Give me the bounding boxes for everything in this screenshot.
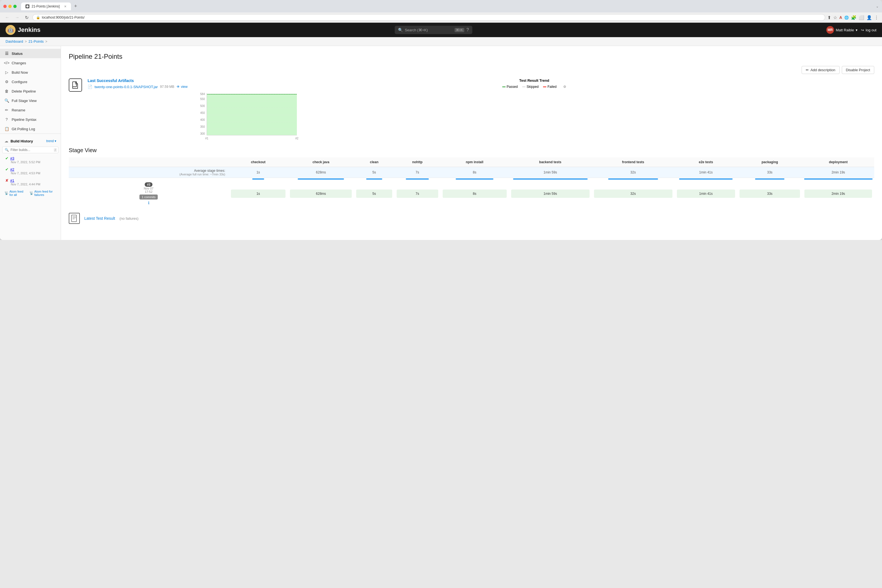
atom-feed-failures-link[interactable]: 📡 Atom feed for failures bbox=[29, 190, 56, 196]
disable-project-button[interactable]: Disable Project bbox=[842, 66, 874, 74]
build-item-3[interactable]: ✔ #3 Nov 7, 2022, 5:52 PM bbox=[0, 154, 61, 165]
build-item-1[interactable]: ✘ #1 Nov 7, 2022, 4:44 PM bbox=[0, 177, 61, 188]
search-help-icon[interactable]: ? bbox=[466, 27, 469, 32]
bookmark-icon[interactable]: ☆ bbox=[833, 15, 837, 20]
stage-view-title: Stage View bbox=[69, 147, 874, 153]
stage-progress-label bbox=[69, 178, 229, 180]
share-icon[interactable]: ⬆ bbox=[827, 15, 831, 20]
filter-search-icon: 🔍 bbox=[5, 148, 9, 152]
build-history-title: Build History bbox=[10, 139, 44, 143]
build-3-stage-clean[interactable]: 5s bbox=[354, 180, 394, 207]
add-description-button[interactable]: ✏ Add description bbox=[802, 66, 840, 74]
breadcrumb-project[interactable]: 21-Points bbox=[28, 39, 44, 44]
sidebar-item-pipeline-syntax[interactable]: ? Pipeline Syntax bbox=[0, 115, 61, 124]
sidebar-item-full-stage-view[interactable]: 🔍 Full Stage View bbox=[0, 96, 61, 105]
filter-builds-input[interactable] bbox=[10, 148, 52, 152]
page-title: Pipeline 21-Points bbox=[69, 52, 874, 60]
build-3-stage-check-java[interactable]: 628ms bbox=[288, 180, 354, 207]
jenkins-search-area: 🔍 ⌘+K ? bbox=[46, 26, 821, 34]
stage-view-table: checkout check java clean nohttp npm ins… bbox=[69, 158, 874, 207]
stage-col-packaging: packaging bbox=[737, 158, 802, 167]
build-3-packaging-cell: 33s bbox=[740, 189, 800, 198]
tabs-overflow-button[interactable]: ⌄ bbox=[876, 4, 879, 8]
forward-button[interactable]: → bbox=[13, 14, 21, 21]
extensions-icon[interactable]: 🧩 bbox=[851, 15, 856, 20]
build-item-2[interactable]: ✔ #2 Nov 7, 2022, 4:53 PM bbox=[0, 165, 61, 177]
build-3-commits-button[interactable]: 1 commits bbox=[140, 195, 158, 200]
build-3-stage-frontend-tests[interactable]: 32s bbox=[592, 180, 675, 207]
stage-build-3-row: #3 Nov 07 17:52 1 commits ℹ 1s 628ms 5s bbox=[69, 180, 874, 207]
latest-test-result-link[interactable]: Latest Test Result bbox=[84, 216, 115, 220]
translate-icon[interactable]: 🌐 bbox=[844, 15, 849, 20]
reload-button[interactable]: ↻ bbox=[23, 14, 30, 21]
avg-time-deployment: 2min 19s bbox=[802, 167, 874, 178]
build-3-status-icon: ✔ bbox=[5, 156, 9, 160]
sidebar-item-configure[interactable]: ⚙ Configure bbox=[0, 77, 61, 87]
active-tab[interactable]: 21-Points [Jenkins] × bbox=[21, 3, 71, 10]
sidebar-item-build-now[interactable]: ▷ Build Now bbox=[0, 68, 61, 77]
build-3-tag[interactable]: #3 bbox=[145, 182, 153, 187]
address-bar[interactable]: 🔒 localhost:9000/job/21-Points/ bbox=[32, 14, 825, 21]
breadcrumb-dashboard[interactable]: Dashboard bbox=[6, 39, 23, 44]
atom-failures-icon: 📡 bbox=[29, 191, 33, 195]
artifact-view-link[interactable]: 👁 view bbox=[177, 85, 188, 88]
sidebar-configure-label: Configure bbox=[12, 80, 27, 84]
build-3-date-text: Nov 07 bbox=[144, 187, 153, 190]
build-3-stage-e2e-tests[interactable]: 1min 41s bbox=[675, 180, 737, 207]
stage-progress-packaging bbox=[737, 178, 802, 180]
sidebar-item-git-polling-log[interactable]: 📋 Git Polling Log bbox=[0, 124, 61, 134]
sidebar-item-status[interactable]: ☰ Status bbox=[0, 49, 61, 58]
build-3-stage-npm-install[interactable]: 8s bbox=[441, 180, 509, 207]
artifact-file-link[interactable]: twenty-one-points-0.0.1-SNAPSHOT.jar bbox=[94, 85, 158, 89]
build-3-stage-packaging[interactable]: 33s bbox=[737, 180, 802, 207]
svg-rect-20 bbox=[72, 215, 76, 222]
avg-time-clean: 5s bbox=[354, 167, 394, 178]
build-3-info-icon[interactable]: ℹ bbox=[148, 201, 149, 205]
back-button[interactable]: ← bbox=[3, 14, 11, 21]
build-2-status-icon: ✔ bbox=[5, 167, 9, 171]
filter-builds-box[interactable]: 🔍 / bbox=[2, 147, 58, 153]
build-3-link[interactable]: #3 bbox=[10, 156, 14, 160]
build-3-stage-checkout[interactable]: 1s bbox=[229, 180, 288, 207]
atom-feed-all-link[interactable]: 📡 Atom feed for all bbox=[4, 190, 26, 196]
build-3-check-java-cell: 628ms bbox=[290, 189, 352, 198]
maximize-window-button[interactable] bbox=[13, 5, 16, 8]
menu-icon[interactable]: ⋮ bbox=[874, 15, 879, 20]
search-box[interactable]: 🔍 ⌘+K ? bbox=[395, 26, 472, 34]
stage-col-checkout: checkout bbox=[229, 158, 288, 167]
sidebar-changes-label: Changes bbox=[12, 61, 26, 65]
avg-time-nohttp: 7s bbox=[394, 167, 441, 178]
svg-text:450: 450 bbox=[200, 111, 205, 114]
sidebar-item-rename[interactable]: ✏ Rename bbox=[0, 105, 61, 115]
build-3-stage-deployment[interactable]: 2min 19s bbox=[802, 180, 874, 207]
logout-button[interactable]: ↪ log out bbox=[861, 28, 876, 32]
sidebar-item-delete-pipeline[interactable]: 🗑 Delete Pipeline bbox=[0, 87, 61, 96]
trend-button[interactable]: trend ▾ bbox=[46, 139, 56, 143]
artifact-file-row: 📄 twenty-one-points-0.0.1-SNAPSHOT.jar 9… bbox=[88, 84, 188, 89]
legend-skipped: Skipped bbox=[522, 85, 538, 88]
build-2-date: Nov 7, 2022, 4:53 PM bbox=[5, 171, 56, 175]
user-menu-button[interactable]: MR Matt Raible ▾ bbox=[826, 26, 858, 34]
build-3-stage-backend-tests[interactable]: 1min 59s bbox=[509, 180, 592, 207]
svg-text:550: 550 bbox=[200, 98, 205, 100]
tab-close-button[interactable]: × bbox=[64, 4, 66, 9]
jenkins-logo[interactable]: 🤖 Jenkins bbox=[6, 25, 40, 35]
new-tab-button[interactable]: + bbox=[72, 2, 80, 10]
profile-icon[interactable]: 👤 bbox=[867, 15, 872, 20]
svg-text:#1: #1 bbox=[205, 137, 208, 140]
close-window-button[interactable] bbox=[3, 5, 7, 8]
sidebar-item-changes[interactable]: </> Changes bbox=[0, 58, 61, 68]
extension-a-icon[interactable]: A bbox=[839, 15, 842, 20]
build-1-link[interactable]: #1 bbox=[10, 178, 14, 183]
chart-settings-icon[interactable]: ⚙ bbox=[563, 85, 566, 88]
split-view-icon[interactable]: ⬜ bbox=[859, 15, 864, 20]
stage-progress-e2e-tests bbox=[675, 178, 737, 180]
search-input[interactable] bbox=[405, 28, 452, 32]
build-3-stage-nohttp[interactable]: 7s bbox=[394, 180, 441, 207]
stage-col-frontend-tests: frontend tests bbox=[592, 158, 675, 167]
build-2-link[interactable]: #2 bbox=[10, 167, 14, 171]
legend-failed: Failed bbox=[543, 85, 556, 88]
minimize-window-button[interactable] bbox=[8, 5, 12, 8]
stage-progress-frontend-tests bbox=[592, 178, 675, 180]
last-successful-artifacts-link[interactable]: Last Successful Artifacts bbox=[88, 78, 188, 83]
